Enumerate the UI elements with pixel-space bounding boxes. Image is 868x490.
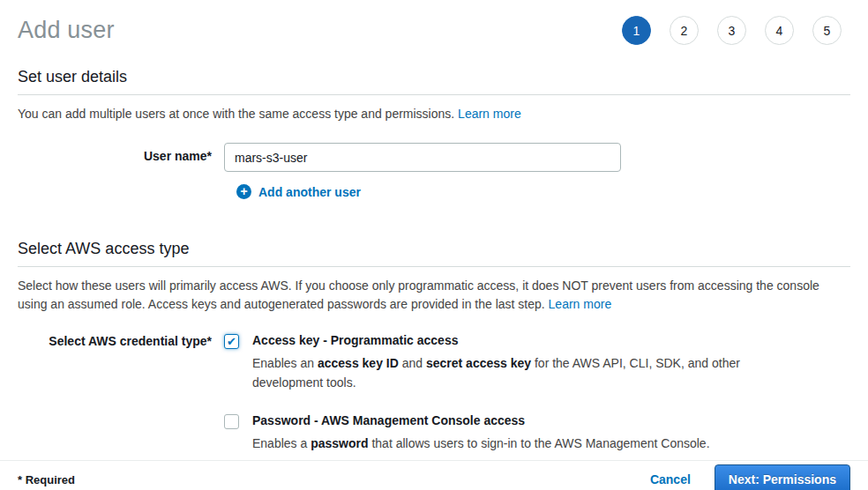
- user-name-label: User name*: [18, 143, 224, 163]
- desc-text: and: [399, 356, 426, 370]
- page-header: Add user 1 2 3 4 5: [18, 0, 850, 45]
- learn-more-link-access-type[interactable]: Learn more: [549, 297, 612, 311]
- desc-bold: access key ID: [318, 356, 399, 370]
- credential-type-label: Select AWS credential type*: [18, 333, 224, 348]
- option-programmatic-access: ✔ Access key - Programmatic access Enabl…: [224, 333, 746, 392]
- option-text: Access key - Programmatic access Enables…: [252, 333, 746, 392]
- option-console-access: Password - AWS Management Console access…: [224, 413, 746, 453]
- next-permissions-button[interactable]: Next: Permissions: [715, 464, 850, 490]
- wizard-step-1[interactable]: 1: [622, 16, 651, 45]
- desc-text: Enables an: [252, 356, 318, 370]
- option-title-console: Password - AWS Management Console access: [252, 413, 710, 427]
- wizard-step-2[interactable]: 2: [670, 16, 699, 45]
- page-title: Add user: [18, 17, 115, 44]
- add-user-page: Add user 1 2 3 4 5 Set user details You …: [0, 0, 868, 453]
- section-access-type: Select AWS access type Select how these …: [18, 240, 850, 453]
- intro-text: Select how these users will primarily ac…: [18, 278, 819, 311]
- desc-text: that allows users to sign-in to the AWS …: [369, 436, 710, 450]
- wizard-step-3[interactable]: 3: [717, 16, 746, 45]
- add-another-user-label: Add another user: [258, 185, 361, 199]
- user-name-row: User name*: [18, 143, 850, 172]
- user-name-input[interactable]: [224, 143, 621, 172]
- credential-checkbox-0[interactable]: ✔: [224, 334, 239, 349]
- section-user-details: Set user details You can add multiple us…: [18, 68, 850, 236]
- required-note: * Required: [18, 473, 75, 486]
- credential-checkbox-1[interactable]: [224, 414, 239, 429]
- credential-options: ✔ Access key - Programmatic access Enabl…: [224, 333, 746, 453]
- wizard-step-5[interactable]: 5: [812, 16, 842, 45]
- option-desc-console: Enables a password that allows users to …: [252, 434, 710, 453]
- option-text: Password - AWS Management Console access…: [252, 413, 710, 453]
- divider: [18, 94, 850, 95]
- section-heading-user-details: Set user details: [18, 68, 850, 94]
- desc-text: Enables a: [252, 436, 311, 450]
- plus-icon: +: [236, 184, 251, 199]
- section-heading-access-type: Select AWS access type: [18, 240, 850, 266]
- add-another-user-link[interactable]: + Add another user: [236, 184, 361, 199]
- wizard-steps: 1 2 3 4 5: [622, 16, 850, 45]
- option-desc-programmatic: Enables an access key ID and secret acce…: [252, 353, 746, 392]
- credential-type-row: Select AWS credential type* ✔ Access key…: [18, 333, 850, 453]
- access-type-intro: Select how these users will primarily ac…: [18, 277, 850, 314]
- wizard-footer: * Required Cancel Next: Permissions: [0, 460, 868, 490]
- wizard-step-4[interactable]: 4: [765, 16, 794, 45]
- option-title-programmatic: Access key - Programmatic access: [252, 333, 746, 347]
- desc-bold: secret access key: [426, 356, 531, 370]
- desc-bold: password: [311, 436, 368, 450]
- footer-actions: Cancel Next: Permissions: [650, 464, 850, 490]
- cancel-button[interactable]: Cancel: [650, 472, 691, 486]
- divider: [18, 266, 850, 267]
- intro-text: You can add multiple users at once with …: [18, 107, 454, 121]
- user-details-intro: You can add multiple users at once with …: [18, 105, 850, 123]
- learn-more-link-user-details[interactable]: Learn more: [458, 107, 521, 121]
